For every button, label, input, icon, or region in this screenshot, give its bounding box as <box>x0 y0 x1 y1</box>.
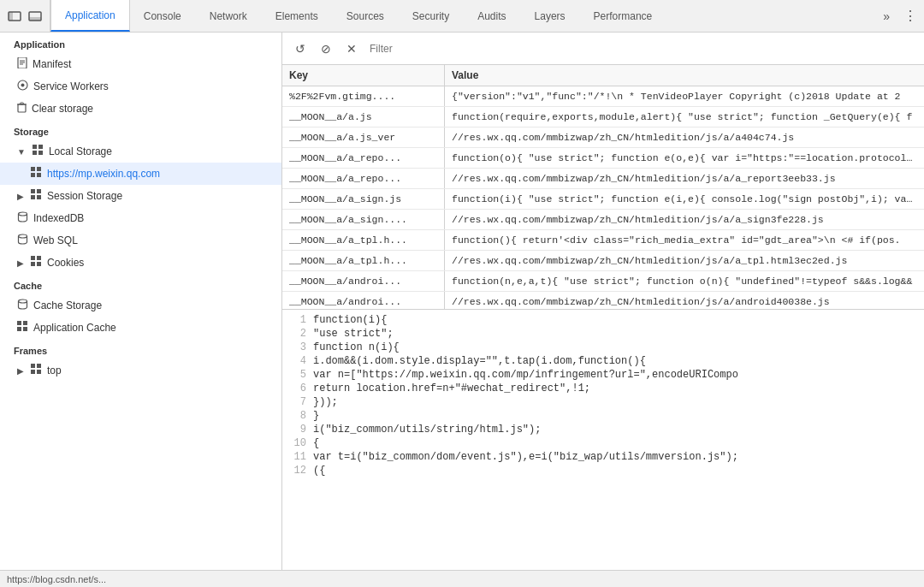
table-row-value: //res.wx.qq.com/mmbizwap/zh_CN/htmlediti… <box>445 127 924 147</box>
undock-icon[interactable] <box>7 9 22 24</box>
table-row[interactable]: __MOON__a/a_sign.jsfunction(i){ "use str… <box>282 189 924 210</box>
code-line: 10{ <box>282 436 924 450</box>
refresh-button[interactable]: ↺ <box>289 38 311 60</box>
tab-elements[interactable]: Elements <box>262 0 333 32</box>
more-tabs-button[interactable]: » <box>876 9 897 23</box>
block-button[interactable]: ⊘ <box>315 38 337 60</box>
code-line: 9i("biz_common/utils/string/html.js"); <box>282 423 924 436</box>
sidebar-item-manifest[interactable]: Manifest <box>0 53 281 75</box>
sidebar: ApplicationManifestService WorkersClear … <box>0 33 282 570</box>
kebab-menu-button[interactable]: ⋮ <box>897 8 924 24</box>
sidebar-item-cookies-group[interactable]: ▶Cookies <box>0 252 281 274</box>
svg-rect-18 <box>37 167 41 171</box>
sidebar-item-label-cache-storage: Cache Storage <box>33 299 268 311</box>
dock-icon[interactable] <box>27 9 43 24</box>
svg-rect-36 <box>31 364 35 368</box>
line-code: i("biz_common/utils/string/html.js"); <box>313 424 924 436</box>
table-row-key: __MOON__a/a_sign.... <box>282 210 445 229</box>
status-text: https://blog.csdn.net/s... <box>7 574 106 584</box>
table-row[interactable]: %2F%2Fvm.gtimg....{"version":"v1","func"… <box>282 86 924 107</box>
session-storage-group-grid-icon <box>31 189 42 203</box>
table-row-value: function(){ return'<div class="rich_medi… <box>445 230 924 250</box>
tab-application[interactable]: Application <box>50 0 130 32</box>
local-storage-item-icon <box>31 167 42 181</box>
session-storage-group-arrow-icon: ▶ <box>17 192 24 201</box>
table-row-key: __MOON__a/androi... <box>282 271 445 291</box>
table-row[interactable]: __MOON__a/a.js_ver//res.wx.qq.com/mmbizw… <box>282 127 924 148</box>
line-number: 3 <box>282 341 313 353</box>
code-panel: 1function(i){2"use strict";3function n(i… <box>282 309 924 570</box>
sidebar-section-storage: Storage <box>0 120 281 140</box>
svg-point-31 <box>19 299 27 303</box>
sidebar-item-indexeddb[interactable]: IndexedDB <box>0 207 281 229</box>
sidebar-item-label-cookies-group: Cookies <box>47 257 84 269</box>
table-row-key: __MOON__a/a_tpl.h... <box>282 251 445 270</box>
tab-bar: ApplicationConsoleNetworkElementsSources… <box>0 0 924 33</box>
line-code: var n=["https://mp.weixin.qq.com/mp/infr… <box>313 369 924 381</box>
code-line: 7})); <box>282 395 924 409</box>
sidebar-item-local-storage-group[interactable]: ▼Local Storage <box>0 140 281 163</box>
clear-button[interactable]: ✕ <box>341 38 363 60</box>
code-line: 12({ <box>282 464 924 477</box>
sidebar-item-session-storage-group[interactable]: ▶Session Storage <box>0 185 281 207</box>
table-row[interactable]: __MOON__a/a_sign....//res.wx.qq.com/mmbi… <box>282 210 924 230</box>
table-row[interactable]: __MOON__a/androi...//res.wx.qq.com/mmbiz… <box>282 292 924 309</box>
filter-input[interactable] <box>366 41 917 56</box>
svg-rect-30 <box>37 262 41 266</box>
line-code: })); <box>313 396 924 408</box>
svg-point-9 <box>21 84 25 87</box>
table-row[interactable]: __MOON__a/a_tpl.h...function(){ return'<… <box>282 230 924 251</box>
sidebar-section-frames: Frames <box>0 339 281 359</box>
line-number: 9 <box>282 424 313 436</box>
sidebar-item-label-local-storage-group: Local Storage <box>49 145 112 157</box>
code-line: 2"use strict"; <box>282 327 924 341</box>
svg-rect-21 <box>31 189 35 193</box>
table-row[interactable]: __MOON__a/a_repo...//res.wx.qq.com/mmbiz… <box>282 169 924 189</box>
table-row[interactable]: __MOON__a/a.jsfunction(require,exports,m… <box>282 107 924 127</box>
sidebar-item-web-sql[interactable]: Web SQL <box>0 229 281 252</box>
table-row-key: %2F%2Fvm.gtimg.... <box>282 86 445 106</box>
svg-rect-16 <box>38 151 43 155</box>
sidebar-item-app-cache[interactable]: Application Cache <box>0 317 281 339</box>
table-row-key: __MOON__a/androi... <box>282 292 445 309</box>
cache-storage-icon <box>17 299 28 312</box>
table-row[interactable]: __MOON__a/a_tpl.h...//res.wx.qq.com/mmbi… <box>282 251 924 271</box>
table-row[interactable]: __MOON__a/a_repo...function(o){ "use str… <box>282 148 924 169</box>
sidebar-item-label-web-sql: Web SQL <box>33 234 268 246</box>
manifest-icon <box>17 57 27 71</box>
svg-rect-35 <box>23 327 27 331</box>
code-line: 8} <box>282 409 924 423</box>
service-workers-icon <box>17 80 28 93</box>
svg-rect-20 <box>37 173 41 177</box>
tab-security[interactable]: Security <box>399 0 464 32</box>
svg-rect-24 <box>37 195 41 199</box>
tab-sources[interactable]: Sources <box>333 0 399 32</box>
cookies-group-arrow-icon: ▶ <box>17 258 24 268</box>
local-storage-group-arrow-icon: ▼ <box>17 147 26 157</box>
sidebar-item-service-workers[interactable]: Service Workers <box>0 75 281 98</box>
sidebar-item-cache-storage[interactable]: Cache Storage <box>0 294 281 317</box>
code-line: 11var t=i("biz_common/dom/event.js"),e=i… <box>282 450 924 464</box>
table-row-value: function(require,exports,module,alert){ … <box>445 107 924 127</box>
tab-audits[interactable]: Audits <box>464 0 520 32</box>
line-number: 12 <box>282 465 313 477</box>
sidebar-item-top-frame[interactable]: ▶top <box>0 359 281 382</box>
svg-rect-17 <box>31 167 35 171</box>
status-bar: https://blog.csdn.net/s... <box>0 570 924 587</box>
sidebar-item-clear-storage[interactable]: Clear storage <box>0 98 281 120</box>
line-number: 11 <box>282 451 313 463</box>
svg-rect-28 <box>37 256 41 260</box>
tab-performance[interactable]: Performance <box>580 0 667 32</box>
sidebar-item-local-storage-item[interactable]: https://mp.weixin.qq.com <box>0 163 281 185</box>
sidebar-item-label-service-workers: Service Workers <box>33 80 268 92</box>
line-number: 5 <box>282 369 313 381</box>
tab-layers[interactable]: Layers <box>521 0 580 32</box>
tab-console[interactable]: Console <box>130 0 196 32</box>
table-toolbar: ↺ ⊘ ✕ <box>282 33 924 65</box>
tab-network[interactable]: Network <box>196 0 262 32</box>
sidebar-section-cache: Cache <box>0 274 281 294</box>
sidebar-section-application: Application <box>0 33 281 53</box>
svg-rect-23 <box>31 195 35 199</box>
tabs-container: ApplicationConsoleNetworkElementsSources… <box>50 0 666 32</box>
table-row[interactable]: __MOON__a/androi...function(n,e,a,t){ "u… <box>282 271 924 292</box>
